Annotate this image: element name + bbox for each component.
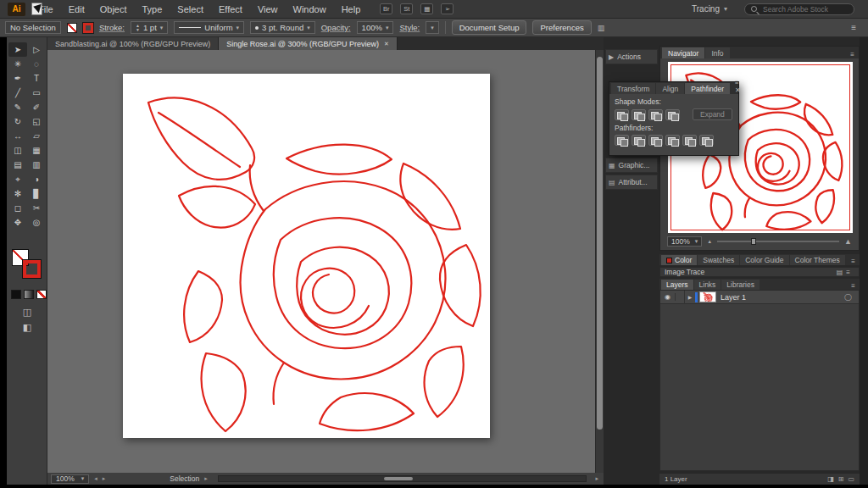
navigator-zoom-slider[interactable] — [717, 241, 839, 242]
tab-pathfinder[interactable]: Pathfinder — [685, 83, 730, 94]
screen-mode-icon[interactable]: ◧ — [7, 322, 47, 333]
layer-row[interactable]: ◉▶Layer 1◯ — [660, 291, 859, 304]
navigator-zoom-slider-thumb[interactable] — [751, 238, 756, 245]
control-panel-menu-icon[interactable]: ≡ — [851, 23, 856, 32]
arrange-documents-icon[interactable]: ▦ — [420, 3, 433, 14]
stepper-icons[interactable]: ▲▼ — [136, 24, 140, 32]
symbol-sprayer-tool[interactable]: ✻ — [8, 186, 27, 201]
tab-links[interactable]: Links — [694, 280, 721, 290]
panel-menu-icon[interactable]: ≡ — [847, 258, 860, 265]
tab-close-icon[interactable]: ✕ — [384, 41, 389, 47]
eyedropper-tool[interactable]: ⌖ — [8, 172, 27, 186]
bridge-icon[interactable]: Br — [380, 3, 392, 14]
tab-color-themes[interactable]: Color Themes — [790, 255, 845, 265]
document-tab[interactable]: Sandblasting.ai @ 100% (RGB/GPU Preview) — [47, 37, 219, 50]
crop-icon[interactable] — [665, 135, 680, 146]
search-input[interactable] — [761, 4, 848, 14]
free-transform-tool[interactable]: ▱ — [27, 129, 46, 143]
delete-layer-icon[interactable]: ▭ — [848, 475, 854, 483]
pencil-tool[interactable]: ✐ — [27, 100, 46, 114]
scale-tool[interactable]: ◱ — [27, 114, 46, 129]
outline-icon[interactable] — [682, 135, 697, 146]
pen-tool[interactable]: ✒ — [8, 71, 27, 86]
vertical-scrollbar[interactable] — [595, 50, 604, 473]
visibility-eye-icon[interactable]: ◉ — [660, 293, 676, 301]
expand-button[interactable]: Expand — [693, 108, 732, 120]
rectangle-tool[interactable]: ▭ — [27, 86, 46, 100]
merge-icon[interactable] — [648, 135, 663, 146]
menu-select[interactable]: Select — [170, 0, 211, 19]
tab-info[interactable]: Info — [705, 47, 729, 58]
tab-swatches[interactable]: Swatches — [698, 255, 739, 265]
zoom-tool[interactable]: ◎ — [27, 215, 46, 230]
workspace-switcher[interactable]: Tracing ▾ — [692, 4, 727, 14]
tab-layers[interactable]: Layers — [661, 280, 693, 290]
menu-view[interactable]: View — [250, 0, 286, 19]
document-tab[interactable]: Single Rose.ai @ 300% (RGB/GPU Preview)✕ — [219, 37, 398, 50]
artboard[interactable] — [123, 74, 490, 438]
tab-color[interactable]: Color — [661, 255, 697, 265]
lasso-tool[interactable]: ◌ — [27, 57, 46, 71]
perspective-grid-tool[interactable]: ▦ — [27, 143, 46, 158]
direct-selection-tool[interactable]: ▷ — [27, 42, 46, 57]
rail-item-actions[interactable]: ▶ Actions — [605, 49, 658, 64]
panel-menu-icon[interactable]: ≡ — [846, 51, 859, 58]
minus-front-icon[interactable] — [632, 109, 646, 120]
scroll-right-icon[interactable]: ▸ — [595, 475, 600, 482]
panel-menu-icon[interactable]: ≡ — [846, 269, 850, 276]
menu-object[interactable]: Object — [92, 0, 135, 19]
unite-icon[interactable] — [615, 109, 629, 120]
image-trace-panel-header[interactable]: Image Trace ▤ ≡ — [659, 267, 860, 277]
navigator-zoom-field[interactable]: 100% ▾ — [667, 236, 702, 247]
style-dropdown[interactable]: ▾ — [426, 21, 439, 34]
selection-tool[interactable]: ➤ — [8, 42, 27, 57]
line-segment-tool[interactable]: ╱ — [8, 86, 27, 100]
stroke-weight-field[interactable]: ▲▼ 1 pt ▾ — [131, 21, 168, 34]
rail-item-attributes[interactable]: ▤Attribut... — [605, 175, 658, 190]
zoom-in-icon[interactable]: ▲ — [844, 237, 852, 246]
hand-tool[interactable]: ✥ — [8, 215, 27, 230]
app-logo[interactable]: Ai — [8, 3, 25, 16]
type-tool[interactable]: T — [27, 71, 46, 86]
tab-transform[interactable]: Transform — [611, 83, 655, 94]
canvas-area[interactable] — [47, 50, 595, 473]
width-profile-dropdown[interactable]: Uniform ▾ — [174, 21, 244, 34]
artboard-tool[interactable]: ◻ — [8, 201, 27, 215]
exclude-icon[interactable] — [665, 109, 680, 120]
panel-grid-icon[interactable]: ▤ — [837, 269, 843, 276]
new-layer-icon[interactable]: ⊞ — [838, 475, 844, 483]
divide-icon[interactable] — [615, 135, 629, 146]
gradient-tool[interactable]: ▥ — [27, 158, 46, 172]
paintbrush-tool[interactable]: ✎ — [8, 100, 27, 114]
magic-wand-tool[interactable]: ✳ — [8, 57, 27, 71]
intersect-icon[interactable] — [648, 109, 663, 120]
trim-icon[interactable] — [632, 135, 646, 146]
panel-menu-icon[interactable]: ≡ ✕ — [731, 79, 745, 94]
draw-mode-icon[interactable]: ◫ — [7, 307, 47, 318]
stroke-swatch[interactable] — [83, 23, 93, 33]
menu-effect[interactable]: Effect — [211, 0, 250, 19]
menu-window[interactable]: Window — [286, 0, 334, 19]
menu-edit[interactable]: Edit — [61, 0, 92, 19]
slice-tool[interactable]: ✂ — [27, 201, 46, 215]
color-button[interactable] — [11, 290, 21, 299]
zoom-level-dropdown[interactable]: 100% ▾ — [51, 474, 89, 484]
gradient-button[interactable] — [24, 290, 34, 299]
stroke-label[interactable]: Stroke: — [99, 23, 125, 32]
search-box[interactable] — [744, 3, 854, 15]
tab-navigator[interactable]: Navigator — [662, 47, 704, 58]
vertical-scrollbar-thumb[interactable] — [597, 57, 603, 430]
stock-icon[interactable]: St — [400, 3, 413, 14]
disclosure-triangle-icon[interactable]: ▶ — [685, 294, 695, 300]
status-menu-arrow-icon[interactable]: ▸ — [204, 475, 209, 482]
horizontal-scrollbar-thumb[interactable] — [384, 477, 413, 480]
artboard-nav-icons[interactable]: ◂ ▸ — [94, 475, 107, 482]
brush-definition-dropdown[interactable]: 3 pt. Round ▾ — [250, 21, 315, 34]
target-circle-icon[interactable]: ◯ — [844, 293, 852, 301]
stroke-color-well[interactable] — [23, 260, 41, 278]
mesh-tool[interactable]: ▤ — [8, 158, 27, 172]
none-button[interactable] — [36, 290, 47, 299]
shape-builder-tool[interactable]: ◫ — [8, 143, 27, 158]
fill-swatch[interactable] — [67, 23, 77, 33]
align-options-icon[interactable]: ▥ — [598, 24, 605, 32]
